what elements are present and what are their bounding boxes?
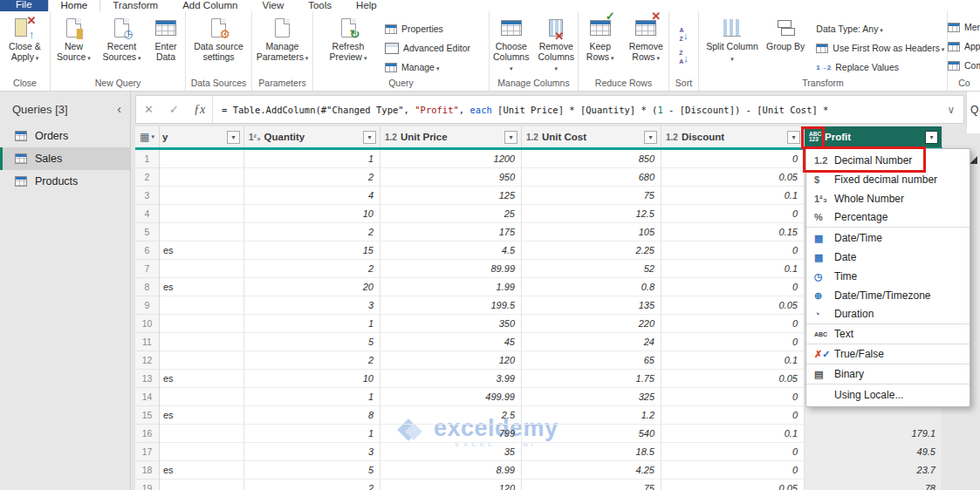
menu-item-whole-number[interactable]: 1²₃Whole Number: [806, 189, 970, 208]
row-number[interactable]: 3: [135, 187, 160, 205]
row-number[interactable]: 17: [135, 443, 160, 461]
table-cell[interactable]: 0.1: [661, 187, 805, 205]
menu-item-decimal-number[interactable]: 1.2Decimal Number: [806, 151, 970, 170]
filter-icon[interactable]: [787, 131, 800, 144]
collapse-pane-icon[interactable]: ‹: [117, 102, 121, 116]
table-cell[interactable]: [160, 351, 244, 370]
table-cell[interactable]: 350: [380, 315, 522, 333]
table-cell[interactable]: 0.05: [661, 480, 805, 490]
group-by-button[interactable]: Group By: [764, 15, 807, 54]
tab-transform[interactable]: Transform: [100, 0, 170, 11]
table-cell[interactable]: 20: [244, 278, 380, 296]
column-header-discount[interactable]: 1.2 Discount: [661, 126, 805, 147]
table-cell[interactable]: 4.25: [522, 461, 661, 480]
table-cell[interactable]: 1.99: [380, 278, 522, 296]
table-cell[interactable]: es: [160, 406, 244, 425]
table-cell[interactable]: 0.05: [661, 370, 805, 388]
row-number[interactable]: 13: [135, 370, 160, 388]
tab-home[interactable]: Home: [48, 0, 101, 11]
any-type-icon[interactable]: ABC 123: [809, 132, 821, 143]
menu-item-date-time[interactable]: ▦Date/Time: [806, 228, 970, 248]
row-number[interactable]: 19: [135, 480, 160, 490]
table-cell[interactable]: 2: [244, 168, 380, 187]
table-cell[interactable]: es: [160, 370, 244, 388]
menu-item-fixed-decimal-number[interactable]: $Fixed decimal number: [806, 170, 970, 189]
manage-button[interactable]: Manage: [385, 59, 470, 75]
table-cell[interactable]: 2: [244, 480, 380, 490]
data-type-button[interactable]: Data Type: Any: [816, 21, 944, 37]
tab-tools[interactable]: Tools: [296, 0, 344, 11]
row-number[interactable]: 5: [135, 223, 160, 242]
menu-item-binary[interactable]: ▤Binary: [806, 365, 970, 385]
table-cell[interactable]: 0: [661, 333, 805, 351]
table-cell[interactable]: 0: [661, 315, 805, 333]
row-number[interactable]: 2: [135, 168, 160, 187]
table-cell[interactable]: [160, 223, 244, 242]
table-cell[interactable]: 35: [380, 443, 522, 461]
tab-file[interactable]: File: [0, 0, 48, 11]
table-cell[interactable]: 5: [244, 333, 380, 351]
filter-icon[interactable]: [925, 131, 938, 144]
table-cell[interactable]: [160, 187, 244, 205]
append-queries-button[interactable]: Appe: [948, 38, 980, 54]
menu-item-text[interactable]: ABCText: [806, 325, 970, 344]
table-cell[interactable]: 0: [661, 278, 805, 296]
column-header-unit-cost[interactable]: 1.2 Unit Cost: [522, 126, 661, 147]
table-cell[interactable]: [160, 425, 244, 443]
row-number[interactable]: 10: [135, 315, 160, 333]
filter-icon[interactable]: [227, 131, 240, 144]
expand-formula-bar-icon[interactable]: [939, 96, 963, 123]
recent-sources-button[interactable]: Recent Sources: [99, 15, 145, 65]
table-cell[interactable]: 0: [661, 443, 805, 461]
column-header-profit[interactable]: ABC 123 Profit: [805, 126, 942, 147]
table-cell[interactable]: 1200: [380, 150, 522, 168]
row-number[interactable]: 6: [135, 242, 160, 260]
table-cell[interactable]: es: [160, 461, 244, 480]
table-cell[interactable]: 3: [244, 296, 380, 315]
table-cell[interactable]: 23.7: [805, 461, 942, 480]
table-cell[interactable]: 1: [244, 425, 380, 443]
row-number[interactable]: 1: [135, 150, 160, 168]
query-item-orders[interactable]: Orders: [0, 125, 130, 147]
table-cell[interactable]: 1: [244, 388, 380, 406]
table-cell[interactable]: 0: [661, 406, 805, 425]
table-cell[interactable]: [160, 315, 244, 333]
row-number[interactable]: 15: [135, 406, 160, 425]
table-cell[interactable]: 52: [522, 260, 661, 278]
menu-item-date-time-timezone[interactable]: ⊕Date/Time/Timezone: [806, 286, 970, 305]
table-cell[interactable]: 120: [380, 351, 522, 370]
row-number[interactable]: 16: [135, 425, 160, 443]
refresh-preview-button[interactable]: Refresh Preview: [319, 15, 378, 65]
select-all-button[interactable]: ▦: [135, 126, 160, 147]
table-cell[interactable]: 8.99: [380, 461, 522, 480]
formula-input[interactable]: = Table.AddColumn(#"Changed Type", "Prof…: [213, 105, 939, 115]
filter-icon[interactable]: [504, 131, 517, 144]
table-cell[interactable]: 0.05: [661, 296, 805, 315]
table-cell[interactable]: 1: [244, 315, 380, 333]
table-cell[interactable]: 0.05: [661, 168, 805, 187]
table-cell[interactable]: 5: [244, 461, 380, 480]
table-cell[interactable]: [160, 296, 244, 315]
table-cell[interactable]: 8: [244, 406, 380, 425]
tab-view[interactable]: View: [250, 0, 297, 11]
table-cell[interactable]: 45: [380, 333, 522, 351]
cancel-formula-icon[interactable]: [136, 96, 161, 123]
table-cell[interactable]: 3: [244, 443, 380, 461]
table-cell[interactable]: 89.99: [380, 260, 522, 278]
query-item-sales[interactable]: Sales: [0, 147, 130, 170]
table-cell[interactable]: [160, 168, 244, 187]
new-source-button[interactable]: New Source: [51, 15, 97, 65]
menu-item-duration[interactable]: ◔Duration: [806, 305, 970, 324]
commit-formula-icon[interactable]: [161, 96, 187, 123]
table-cell[interactable]: 2: [244, 351, 380, 370]
table-cell[interactable]: 680: [522, 168, 661, 187]
table-cell[interactable]: 125: [380, 187, 522, 205]
table-cell[interactable]: 0: [661, 388, 805, 406]
table-cell[interactable]: 0.8: [522, 278, 661, 296]
table-cell[interactable]: 75: [522, 480, 661, 490]
table-cell[interactable]: [160, 205, 244, 223]
table-cell[interactable]: 220: [522, 315, 661, 333]
table-cell[interactable]: 4: [244, 187, 380, 205]
combine-files-button[interactable]: Comb: [948, 58, 980, 73]
table-cell[interactable]: 49.5: [805, 443, 942, 461]
